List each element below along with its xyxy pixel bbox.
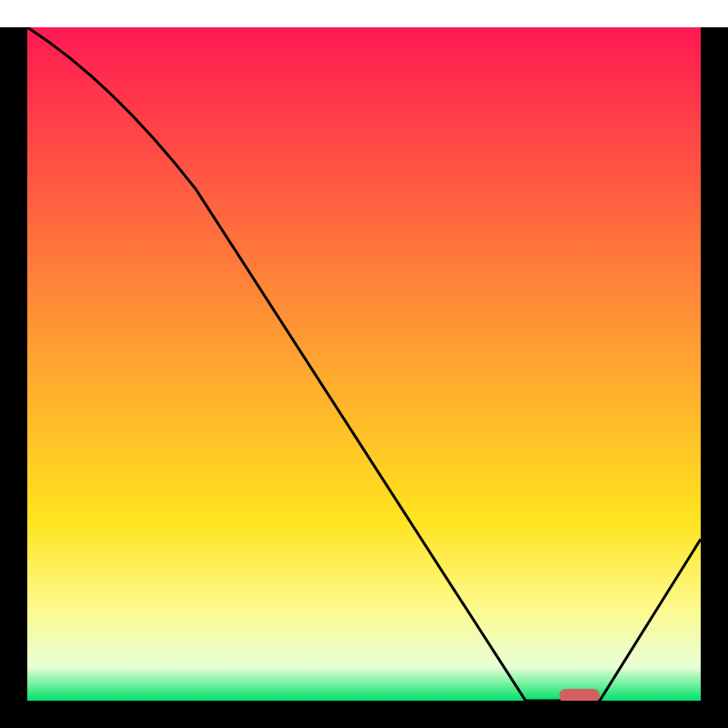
optimal-marker xyxy=(560,689,600,703)
bottleneck-chart xyxy=(0,0,728,728)
axis-top-mask xyxy=(0,0,728,27)
gradient-background xyxy=(27,27,701,701)
axis-bottom xyxy=(0,701,728,728)
axis-right-fill xyxy=(701,27,728,728)
axis-left-fill xyxy=(0,27,27,728)
